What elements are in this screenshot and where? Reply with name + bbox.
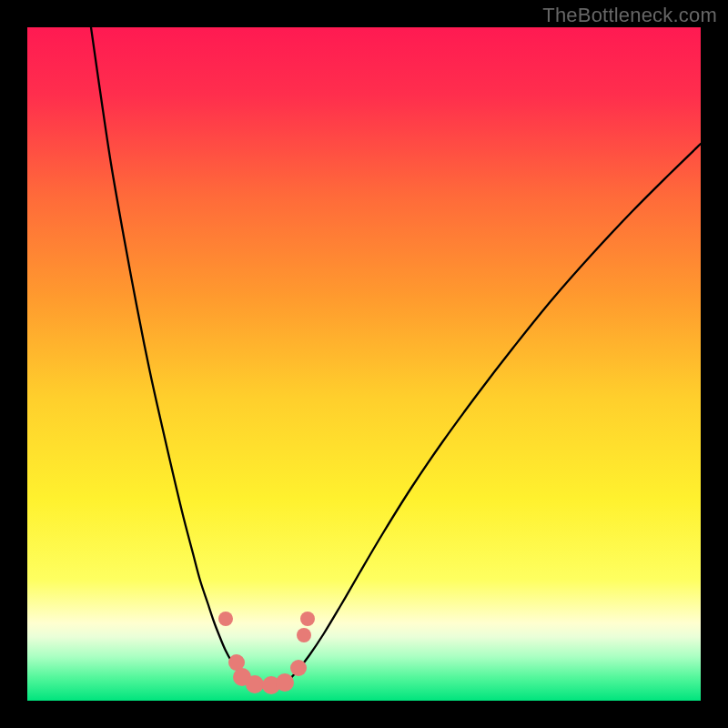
data-point-marker [276, 673, 294, 692]
data-point-marker [218, 612, 233, 626]
data-point-marker [300, 612, 315, 626]
watermark-text: TheBottleneck.com [542, 4, 717, 27]
data-point-marker [290, 660, 307, 676]
bottleneck-chart [27, 27, 701, 701]
outer-black-frame: TheBottleneck.com [0, 0, 728, 728]
data-point-marker [297, 628, 311, 642]
data-point-marker [246, 675, 264, 693]
plot-area [27, 27, 701, 701]
gradient-background [27, 27, 701, 701]
